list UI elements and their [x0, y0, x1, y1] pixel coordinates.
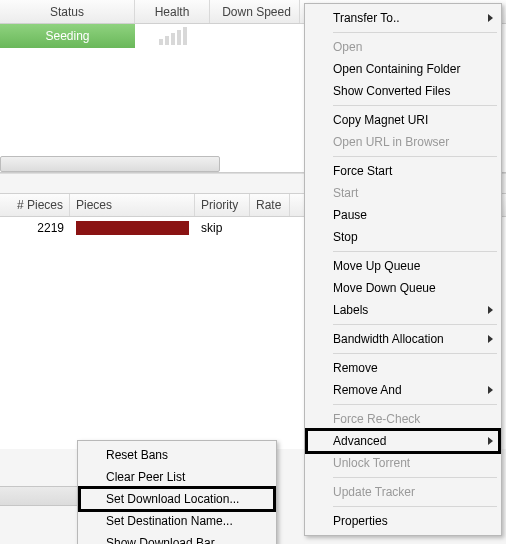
- col-num-pieces[interactable]: # Pieces: [0, 194, 70, 216]
- horizontal-scrollbar[interactable]: [0, 156, 220, 172]
- menu-separator: [333, 324, 497, 325]
- chevron-right-icon: [488, 386, 493, 394]
- cell-num-pieces: 2219: [0, 217, 70, 239]
- menu-separator: [333, 477, 497, 478]
- col-priority[interactable]: Priority: [195, 194, 250, 216]
- bottom-bar: [0, 486, 83, 506]
- col-pieces[interactable]: Pieces: [70, 194, 195, 216]
- menu-separator: [333, 32, 497, 33]
- cell-pieces: [70, 217, 195, 239]
- col-health[interactable]: Health: [135, 0, 210, 23]
- context-menu-advanced: Reset Bans Clear Peer List Set Download …: [77, 440, 277, 544]
- menu-separator: [333, 156, 497, 157]
- menu-copy-magnet-uri[interactable]: Copy Magnet URI: [307, 109, 499, 131]
- menu-advanced[interactable]: Advanced: [307, 430, 499, 452]
- cell-rate: [250, 217, 290, 239]
- menu-remove[interactable]: Remove: [307, 357, 499, 379]
- menu-force-start[interactable]: Force Start: [307, 160, 499, 182]
- chevron-right-icon: [488, 14, 493, 22]
- menu-update-tracker: Update Tracker: [307, 481, 499, 503]
- menu-open-url: Open URL in Browser: [307, 131, 499, 153]
- cell-priority: skip: [195, 217, 250, 239]
- chevron-right-icon: [488, 306, 493, 314]
- menu-properties[interactable]: Properties: [307, 510, 499, 532]
- chevron-right-icon: [488, 437, 493, 445]
- menu-separator: [333, 353, 497, 354]
- menu-set-destination-name[interactable]: Set Destination Name...: [80, 510, 274, 532]
- menu-start: Start: [307, 182, 499, 204]
- menu-bandwidth-allocation[interactable]: Bandwidth Allocation: [307, 328, 499, 350]
- menu-show-download-bar[interactable]: Show Download Bar: [80, 532, 274, 544]
- menu-separator: [333, 404, 497, 405]
- menu-open: Open: [307, 36, 499, 58]
- menu-separator: [333, 251, 497, 252]
- menu-labels[interactable]: Labels: [307, 299, 499, 321]
- menu-stop[interactable]: Stop: [307, 226, 499, 248]
- menu-open-containing-folder[interactable]: Open Containing Folder: [307, 58, 499, 80]
- menu-set-download-location[interactable]: Set Download Location...: [80, 488, 274, 510]
- menu-unlock-torrent: Unlock Torrent: [307, 452, 499, 474]
- menu-show-converted-files[interactable]: Show Converted Files: [307, 80, 499, 102]
- col-down-speed[interactable]: Down Speed: [210, 0, 300, 23]
- menu-force-recheck: Force Re-Check: [307, 408, 499, 430]
- pieces-progress-bar: [76, 221, 189, 235]
- chevron-right-icon: [488, 335, 493, 343]
- menu-reset-bans[interactable]: Reset Bans: [80, 444, 274, 466]
- context-menu-main: Transfer To.. Open Open Containing Folde…: [304, 3, 502, 536]
- col-status[interactable]: Status: [0, 0, 135, 23]
- health-bars-icon: [135, 24, 210, 48]
- menu-move-up-queue[interactable]: Move Up Queue: [307, 255, 499, 277]
- menu-remove-and[interactable]: Remove And: [307, 379, 499, 401]
- col-rate[interactable]: Rate: [250, 194, 290, 216]
- menu-separator: [333, 105, 497, 106]
- status-badge: Seeding: [0, 24, 135, 48]
- menu-transfer-to[interactable]: Transfer To..: [307, 7, 499, 29]
- menu-clear-peer-list[interactable]: Clear Peer List: [80, 466, 274, 488]
- menu-separator: [333, 506, 497, 507]
- menu-move-down-queue[interactable]: Move Down Queue: [307, 277, 499, 299]
- menu-pause[interactable]: Pause: [307, 204, 499, 226]
